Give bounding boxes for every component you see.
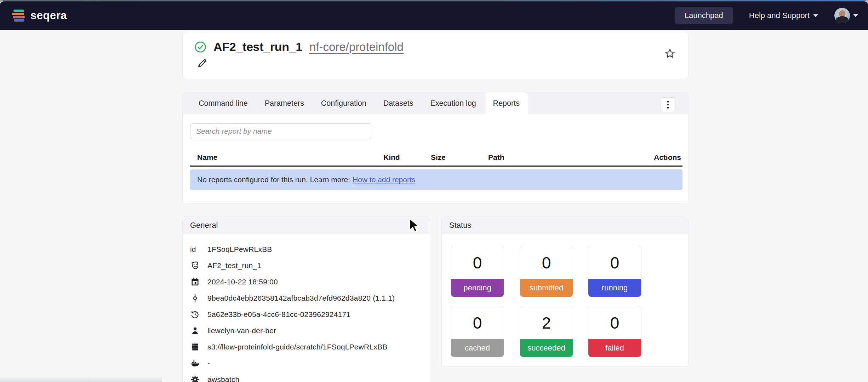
reports-table-header: Name Kind Size Path Actions <box>190 149 683 167</box>
tab-command-line[interactable]: Command line <box>190 92 256 114</box>
status-tile-succeeded: 2 succeeded <box>520 306 573 357</box>
running-label: running <box>588 279 641 297</box>
commit-value: 9bea0dc4ebb26358142afbcab3d7efd962d3a820… <box>207 294 395 302</box>
succeeded-count: 2 <box>520 306 573 339</box>
submitted-count: 0 <box>520 246 573 279</box>
server-icon <box>190 342 200 352</box>
tab-reports[interactable]: Reports <box>485 92 528 114</box>
launchpad-button[interactable]: Launchpad <box>675 7 733 24</box>
chevron-down-icon <box>853 14 858 17</box>
general-row-session: 5a62e33b-e05a-4cc6-81cc-023962924171 <box>183 306 430 323</box>
column-name: Name <box>190 153 383 162</box>
submitted-label: submitted <box>520 279 573 297</box>
failed-count: 0 <box>588 306 641 339</box>
gear-icon <box>190 375 200 382</box>
chevron-down-icon <box>813 14 818 17</box>
succeeded-label: succeeded <box>520 339 573 357</box>
user-menu[interactable] <box>834 8 858 23</box>
star-icon <box>664 48 676 59</box>
run-header-card: AF2_test_run_1 nf-core/proteinfold <box>182 32 689 79</box>
pending-label: pending <box>451 279 504 297</box>
status-tile-submitted: 0 submitted <box>520 246 573 297</box>
help-and-support-label: Help and Support <box>749 11 810 20</box>
kebab-menu-icon <box>667 101 669 109</box>
general-row-date: 2024-10-22 18:59:00 <box>183 274 430 290</box>
search-report-input[interactable] <box>190 123 371 139</box>
pencil-icon <box>197 58 207 69</box>
window-bottom-edge <box>0 376 162 382</box>
column-path: Path <box>488 153 654 162</box>
general-row-id: id 1FSoqLPewRLxBB <box>183 241 430 257</box>
status-tile-pending: 0 pending <box>451 246 504 297</box>
status-section-header: Status <box>442 217 688 234</box>
tab-datasets[interactable]: Datasets <box>375 92 422 114</box>
app-window: seqera Launchpad Help and Support AF2_te… <box>0 0 868 382</box>
brand-name: seqera <box>30 9 67 22</box>
top-navbar: seqera Launchpad Help and Support <box>0 1 868 30</box>
git-commit-icon <box>190 293 200 303</box>
edit-run-name-button[interactable] <box>196 58 208 70</box>
general-card: General id 1FSoqLPewRLxBB <box>182 216 430 382</box>
status-tile-cached: 0 cached <box>451 306 504 357</box>
tab-strip: Command line Parameters Configuration Da… <box>183 92 688 114</box>
cached-label: cached <box>451 339 504 357</box>
pipeline-link[interactable]: nf-core/proteinfold <box>309 40 404 54</box>
column-size: Size <box>431 153 488 162</box>
favorite-star-button[interactable] <box>663 48 676 60</box>
status-tile-failed: 0 failed <box>588 306 641 357</box>
tab-configuration[interactable]: Configuration <box>313 92 375 114</box>
tab-parameters[interactable]: Parameters <box>256 92 313 114</box>
user-icon <box>190 326 200 336</box>
general-row-workdir: s3://llew-proteinfold-guide/scratch/1FSo… <box>183 339 430 355</box>
run-details-card: Command line Parameters Configuration Da… <box>182 92 689 203</box>
pending-count: 0 <box>451 246 504 279</box>
no-reports-text: No reports configured for this run. Lear… <box>197 175 350 184</box>
no-reports-banner: No reports configured for this run. Lear… <box>190 169 683 190</box>
success-check-icon <box>194 41 206 53</box>
id-label: id <box>190 245 202 254</box>
failed-label: failed <box>588 339 641 357</box>
seqera-logo[interactable]: seqera <box>12 8 67 23</box>
general-row-container: - <box>183 355 430 371</box>
general-section-header: General <box>183 217 430 234</box>
cached-count: 0 <box>451 306 504 339</box>
running-count: 0 <box>588 246 641 279</box>
username-value: llewelyn-van-der-ber <box>207 326 276 335</box>
avatar <box>834 8 850 23</box>
help-and-support-menu[interactable]: Help and Support <box>749 11 818 20</box>
history-icon <box>190 309 200 319</box>
general-row-executor: awsbatch <box>183 371 430 382</box>
status-card: Status 0 pending 0 submitted 0 running 0… <box>441 216 689 367</box>
column-kind: Kind <box>383 153 431 162</box>
workdir-value: s3://llew-proteinfold-guide/scratch/1FSo… <box>207 343 387 351</box>
column-actions: Actions <box>654 153 683 162</box>
run-name-title: AF2_test_run_1 <box>213 40 302 54</box>
seqera-logo-icon <box>12 8 25 23</box>
docker-icon <box>190 358 200 368</box>
general-row-commit: 9bea0dc4ebb26358142afbcab3d7efd962d3a820… <box>183 290 430 306</box>
calendar-icon <box>190 277 200 287</box>
general-row-run-name: AF2_test_run_1 <box>183 257 430 274</box>
run-id-value: 1FSoqLPewRLxBB <box>207 245 272 254</box>
tab-execution-log[interactable]: Execution log <box>422 92 485 114</box>
status-tile-running: 0 running <box>588 246 641 297</box>
executor-value: awsbatch <box>207 375 239 382</box>
session-id-value: 5a62e33b-e05a-4cc6-81cc-023962924171 <box>207 310 350 319</box>
run-name-value: AF2_test_run_1 <box>207 261 261 270</box>
card-options-button[interactable] <box>661 97 675 112</box>
mask-icon <box>190 261 200 271</box>
container-value: - <box>207 359 210 367</box>
run-date-value: 2024-10-22 18:59:00 <box>207 278 278 286</box>
general-row-user: llewelyn-van-der-ber <box>183 323 430 339</box>
how-to-add-reports-link[interactable]: How to add reports <box>353 175 415 184</box>
